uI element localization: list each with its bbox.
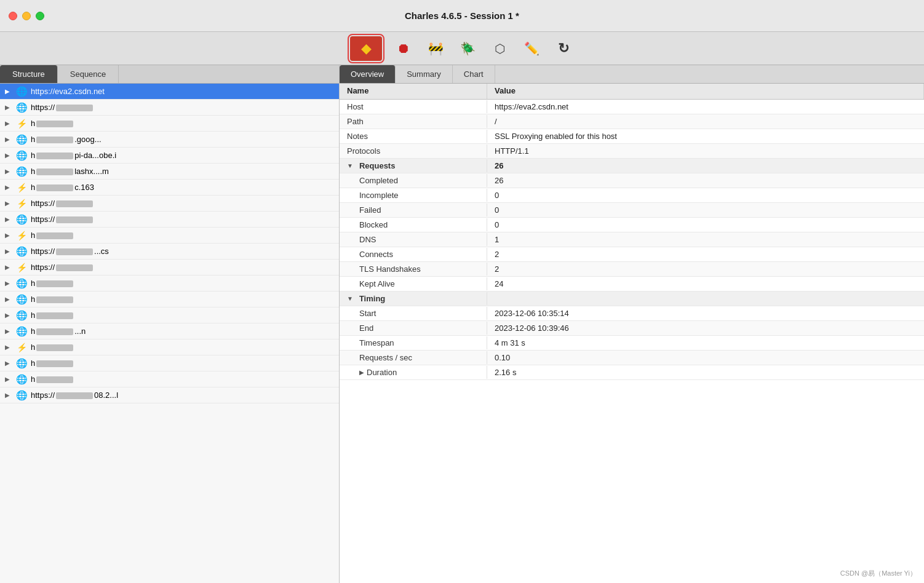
list-item[interactable]: ▶ 🌐 h ...n xyxy=(0,323,339,339)
list-icon: ⚡ xyxy=(16,230,27,241)
list-item[interactable]: ▶ ⚡ h c.163 xyxy=(0,180,339,196)
list-item[interactable]: ▶ 🌐 h xyxy=(0,307,339,323)
row-name: Timespan xyxy=(340,336,487,349)
record-button[interactable]: ⏺ xyxy=(391,37,416,60)
row-value: HTTP/1.1 xyxy=(487,145,924,157)
list-icon: ⚡ xyxy=(16,118,27,129)
table-row: Timespan 4 m 31 s xyxy=(340,336,924,351)
row-name: DNS xyxy=(340,233,487,246)
maximize-button[interactable] xyxy=(36,12,44,20)
list-item[interactable]: ▶ ⚡ https:// xyxy=(0,196,339,212)
section-chevron-icon[interactable]: ▼ xyxy=(347,162,353,169)
list-icon: 🌐 xyxy=(16,214,27,225)
list-item-text: h pi-da...obe.i xyxy=(31,151,334,160)
table-content: Host https://eva2.csdn.net Path / Notes … xyxy=(340,100,924,583)
stop-button[interactable]: ⬡ xyxy=(487,37,512,60)
list-item[interactable]: ▶ 🌐 h .goog... xyxy=(0,132,339,148)
list-item[interactable]: ▶ 🌐 https:// 08.2...l xyxy=(0,387,339,403)
tab-summary[interactable]: Summary xyxy=(396,65,453,83)
tab-sequence[interactable]: Sequence xyxy=(58,65,119,83)
pin-button[interactable]: ◆ xyxy=(350,36,382,61)
compose-button[interactable]: ✏️ xyxy=(519,37,544,60)
tab-chart[interactable]: Chart xyxy=(453,65,495,83)
list-item-text: https://eva2.csdn.net xyxy=(31,87,334,96)
throttle-button[interactable]: 🚧 xyxy=(423,37,448,60)
list-item-text: https:// 08.2...l xyxy=(31,391,334,400)
list-item-text: h lashx....m xyxy=(31,167,334,176)
section-value xyxy=(487,297,924,301)
list-item[interactable]: ▶ 🌐 https:// ...cs xyxy=(0,244,339,260)
list-icon: 🌐 xyxy=(16,310,27,321)
stop-icon: ⬡ xyxy=(495,41,505,56)
row-value: 0.10 xyxy=(487,351,924,364)
table-header: Name Value xyxy=(340,84,924,100)
chevron-right-icon: ▶ xyxy=(5,152,12,159)
list-item[interactable]: ▶ 🌐 h lashx....m xyxy=(0,164,339,180)
breakpoint-button[interactable]: 🪲 xyxy=(455,37,480,60)
chevron-right-icon: ▶ xyxy=(5,280,12,287)
chevron-right-icon: ▶ xyxy=(5,248,12,255)
list-icon: 🌐 xyxy=(16,134,27,145)
tab-structure[interactable]: Structure xyxy=(0,65,58,83)
table-row: DNS 1 xyxy=(340,232,924,247)
row-name: Connects xyxy=(340,248,487,261)
list-item-text: h xyxy=(31,295,334,304)
list-item[interactable]: ▶ ⚡ h xyxy=(0,339,339,355)
list-item[interactable]: ▶ ⚡ h xyxy=(0,228,339,244)
list-item-text: h ...n xyxy=(31,327,334,336)
right-tab-bar: Overview Summary Chart xyxy=(340,65,924,84)
section-label: Requests xyxy=(359,161,396,170)
list-item[interactable]: ▶ 🌐 https:// xyxy=(0,100,339,116)
list-item[interactable]: ▶ 🌐 h xyxy=(0,355,339,371)
row-value: 2 xyxy=(487,248,924,261)
chevron-right-icon: ▶ xyxy=(5,360,12,367)
list-icon: 🌐 xyxy=(16,278,27,289)
chevron-right-icon: ▶ xyxy=(5,312,12,319)
list-item[interactable]: ▶ 🌐 https://eva2.csdn.net xyxy=(0,84,339,100)
minimize-button[interactable] xyxy=(22,12,31,20)
tab-overview[interactable]: Overview xyxy=(340,65,396,83)
row-value: 1 xyxy=(487,233,924,246)
refresh-icon: ↻ xyxy=(558,41,569,57)
list-item-text: https:// xyxy=(31,215,334,224)
refresh-button[interactable]: ↻ xyxy=(551,37,576,60)
section-chevron-icon[interactable]: ▼ xyxy=(347,295,353,302)
row-value: 4 m 31 s xyxy=(487,336,924,349)
list-item[interactable]: ▶ ⚡ h xyxy=(0,116,339,132)
chevron-right-icon: ▶ xyxy=(5,264,12,271)
list-item-text: https:// xyxy=(31,103,334,112)
list-icon: 🌐 xyxy=(16,102,27,113)
row-value: 0 xyxy=(487,218,924,231)
table-row: Failed 0 xyxy=(340,203,924,218)
list-container[interactable]: ▶ 🌐 https://eva2.csdn.net ▶ 🌐 https:// ▶… xyxy=(0,84,339,583)
chevron-right-icon: ▶ xyxy=(5,168,12,175)
list-item-text: https:// xyxy=(31,199,334,208)
row-name: End xyxy=(340,322,487,335)
pin-icon: ◆ xyxy=(361,41,372,57)
throttle-icon: 🚧 xyxy=(428,41,444,56)
chevron-right-icon: ▶ xyxy=(5,376,12,383)
row-name: TLS Handshakes xyxy=(340,263,487,276)
list-item[interactable]: ▶ 🌐 h xyxy=(0,276,339,292)
row-value: 0 xyxy=(487,204,924,216)
list-item[interactable]: ▶ 🌐 h xyxy=(0,292,339,307)
chevron-right-icon: ▶ xyxy=(359,369,364,376)
list-item[interactable]: ▶ ⚡ https:// xyxy=(0,260,339,276)
list-icon: 🌐 xyxy=(16,358,27,369)
row-value: 26 xyxy=(487,174,924,187)
toolbar: ◆ ⏺ 🚧 🪲 ⬡ ✏️ ↻ xyxy=(0,32,924,65)
row-name: Requests / sec xyxy=(340,351,487,364)
row-name: Path xyxy=(340,115,487,128)
list-item[interactable]: ▶ 🌐 https:// xyxy=(0,212,339,228)
list-icon: 🌐 xyxy=(16,166,27,177)
list-item[interactable]: ▶ 🌐 h pi-da...obe.i xyxy=(0,148,339,164)
row-name: Notes xyxy=(340,130,487,143)
list-item-text: h xyxy=(31,279,334,288)
row-name: ▶ Duration xyxy=(340,366,487,379)
list-icon: 🌐 xyxy=(16,374,27,385)
table-row: Requests / sec 0.10 xyxy=(340,351,924,365)
close-button[interactable] xyxy=(9,12,17,20)
list-item[interactable]: ▶ 🌐 h xyxy=(0,371,339,387)
table-row: Notes SSL Proxying enabled for this host xyxy=(340,129,924,144)
list-item-text: h xyxy=(31,119,334,128)
